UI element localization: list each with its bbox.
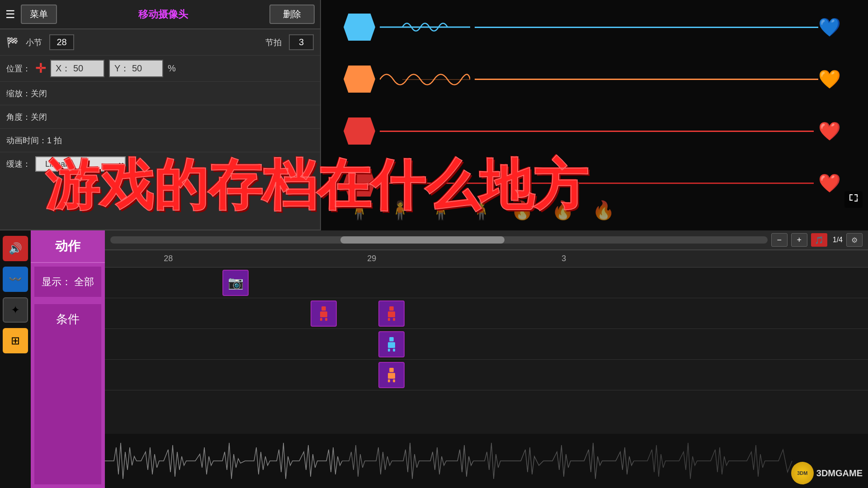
char-blob-red [344,117,375,145]
measure-value[interactable]: 28 [49,34,74,50]
beat-value[interactable]: 3 [289,34,314,50]
action-type-label: 移动摄像头 [62,8,264,21]
timeline-row-char1 [105,298,868,329]
action-content: 动作 显示： 全部 条件 [31,230,105,488]
char2-event-block[interactable] [378,331,405,357]
measure-num-28: 28 [164,254,173,263]
svg-rect-14 [389,368,394,372]
bottom-timeline: 🔊 〰️ ✦ ⊞ 动作 显示： 全部 条件 − + 🎵 [0,230,868,488]
overlay-title: 游戏的存档在什么地方 [45,149,588,223]
svg-rect-15 [388,373,395,379]
y-value: 50 [132,63,142,73]
svg-rect-13 [393,348,395,351]
action-header: 动作 [31,230,105,263]
zoom-label: 缩放：关闭 [6,88,47,99]
beat-fraction: 1/4 [833,236,843,244]
char3-event-block[interactable] [378,362,405,388]
char1-event-block-2[interactable] [378,300,405,327]
zoom-out-button[interactable]: − [771,233,788,247]
display-text: 显示： 全部 [42,276,94,287]
zoom-row: 缩放：关闭 [0,82,320,105]
position-label: 位置： [6,63,31,74]
track-line-orange [475,79,818,80]
preview-char-7: 🔥 [592,200,615,221]
watermark-logo: 3DM [791,462,814,484]
wave-icon-button[interactable]: 〰️ [3,267,28,292]
waveform-display: // Generate waveform-like paths via JS a… [105,434,868,488]
anim-time-label: 动画时间：1 拍 [6,135,62,146]
svg-rect-16 [388,379,390,382]
header-bar: ☰ 菜单 移动摄像头 删除 [0,0,320,29]
svg-rect-6 [389,306,394,311]
char-blob-orange [344,66,375,93]
timeline-area: − + 🎵 1/4 ⚙ 28 29 3 📷 [105,230,868,488]
position-crosshair-icon[interactable]: ✛ [35,61,46,76]
action-panel: 🔊 〰️ ✦ ⊞ 动作 显示： 全部 条件 [0,230,105,488]
svg-rect-12 [388,348,390,351]
wave-orange [380,67,470,92]
svg-rect-11 [388,342,395,348]
timeline-row-camera: 📷 [105,267,868,298]
fullscreen-button[interactable] [844,191,863,208]
y-label: Y： [114,63,129,73]
measure-num-3: 3 [561,254,566,263]
svg-rect-7 [388,311,395,317]
icon-column: 🔊 〰️ ✦ ⊞ [0,230,31,488]
y-coord-input[interactable]: Y： 50 [109,60,163,77]
beat-label: 节拍 [265,37,282,48]
char-blob-blue [344,14,375,41]
heart-orange: 🧡 [818,69,841,90]
timeline-scrollbar-thumb[interactable] [340,236,505,244]
svg-rect-5 [325,318,327,320]
watermark: 3DM 3DMGAME [791,462,863,484]
angle-row: 角度：关闭 [0,105,320,129]
action-title: 动作 [55,239,80,253]
display-section[interactable]: 显示： 全部 [34,267,101,297]
measure-ruler: 28 29 3 [105,250,868,267]
timeline-toolbar: − + 🎵 1/4 ⚙ [105,230,868,250]
delete-button[interactable]: 删除 [269,5,315,24]
flag-icon: 🏁 [6,37,19,48]
track-red: ❤️ [344,117,841,145]
position-row: 位置： ✛ X： 50 Y： 50 % [0,56,320,82]
x-value: 50 [73,63,83,73]
angle-label: 角度：关闭 [6,112,47,122]
measure-num-29: 29 [367,254,376,263]
sound-icon-button[interactable]: 🔊 [3,236,28,261]
easing-label: 缓速： [6,159,31,169]
track-line-red [380,131,814,132]
hamburger-icon[interactable]: ☰ [5,8,15,21]
star-icon-button[interactable]: ✦ [3,297,28,323]
timeline-settings-button[interactable]: ⚙ [846,233,863,247]
watermark-text: 3DMGAME [816,468,863,479]
timeline-row-char3 [105,360,868,390]
measure-label: 小节 [26,37,42,48]
svg-rect-3 [320,311,327,317]
track-orange: 🧡 [344,66,841,93]
x-label: X： [56,63,71,73]
x-coord-input[interactable]: X： 50 [50,60,104,77]
svg-rect-9 [393,318,395,320]
svg-rect-10 [389,337,394,342]
percent-icon: % [168,63,176,74]
zoom-in-button[interactable]: + [791,233,807,247]
timeline-row-char2 [105,329,868,360]
waveform-svg: // Generate waveform-like paths via JS a… [105,434,868,488]
timeline-content: 📷 [105,267,868,488]
track-line-blue [475,27,818,28]
track-blue: 💙 [344,14,841,41]
svg-rect-4 [320,318,322,320]
svg-rect-8 [388,318,390,320]
menu-button[interactable]: 菜单 [21,5,57,24]
svg-rect-17 [393,379,395,382]
timeline-scrollbar[interactable] [110,236,768,244]
metronome-indicator[interactable]: 🎵 [811,233,827,247]
char1-event-block-1[interactable] [311,300,337,327]
wave-blue [380,17,470,38]
camera-event-block[interactable]: 📷 [222,270,249,296]
condition-section[interactable]: 条件 [34,304,101,484]
heart-blue: 💙 [818,17,841,38]
svg-rect-2 [321,306,326,311]
grid-icon-button[interactable]: ⊞ [3,328,28,353]
heart-red: ❤️ [818,121,841,142]
